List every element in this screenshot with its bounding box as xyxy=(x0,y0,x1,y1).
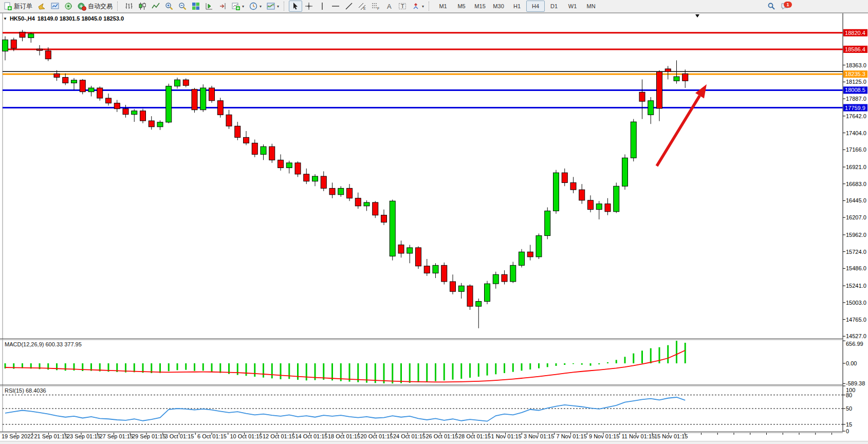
price-axis-label: 17887.0 xyxy=(846,96,866,102)
price-axis-label: 14765.0 xyxy=(846,317,866,323)
candle xyxy=(682,74,688,81)
vertical-line-button[interactable] xyxy=(316,1,329,12)
arrows-button[interactable]: ▾ xyxy=(409,1,427,12)
macd-indicator-label: MACD(12,26,9) 600.33 377.95 xyxy=(5,341,82,347)
tile-windows-button[interactable] xyxy=(189,1,202,12)
candle xyxy=(321,176,326,188)
shift-icon xyxy=(205,2,213,10)
timeframe-button-w1[interactable]: W1 xyxy=(563,1,582,12)
candle xyxy=(373,202,378,215)
new-chart-button[interactable]: ▾ xyxy=(229,1,247,12)
search-icon xyxy=(767,2,775,10)
window-bottom-strip xyxy=(0,441,868,444)
toolbar-timeframe-group: M1M5M15M30H1H4D1W1MN xyxy=(433,0,601,12)
time-axis-label: 29 Sep 01:15 xyxy=(132,433,165,439)
candle xyxy=(45,51,51,59)
price-axis-label: 16445.0 xyxy=(846,197,866,203)
crosshair-button[interactable] xyxy=(302,1,316,12)
dropdown-caret-icon[interactable]: ▾ xyxy=(277,4,279,9)
candle xyxy=(476,301,482,306)
horizontal-line-button[interactable] xyxy=(329,1,342,12)
timeframe-button-h4[interactable]: H4 xyxy=(526,1,545,12)
timeframe-button-d1[interactable]: D1 xyxy=(545,1,563,12)
rsi-axis-label: 80 xyxy=(846,392,852,398)
candle xyxy=(614,186,619,212)
timeframe-button-h1[interactable]: H1 xyxy=(508,1,526,12)
candle xyxy=(209,88,215,101)
chart-background xyxy=(0,13,868,441)
candle xyxy=(665,69,671,72)
vline-icon xyxy=(318,2,326,10)
price-axis-label: 16921.0 xyxy=(846,164,866,170)
candle xyxy=(244,137,249,143)
crosshair-icon xyxy=(305,2,313,10)
timeframe-button-m30[interactable]: M30 xyxy=(489,1,508,12)
trendline-icon xyxy=(345,2,353,10)
candlestick-chart-button[interactable] xyxy=(136,1,149,12)
candle xyxy=(286,163,292,168)
dropdown-caret-icon[interactable]: ▾ xyxy=(422,4,424,9)
zoom-out-button[interactable] xyxy=(176,1,189,12)
candle xyxy=(407,248,413,253)
time-axis-label: 27 Sep 01:15 xyxy=(100,433,133,439)
toolbar-separator xyxy=(429,2,432,11)
timeframe-button-m5[interactable]: M5 xyxy=(452,1,471,12)
dropdown-caret-icon[interactable]: ▾ xyxy=(242,4,244,9)
timeframe-button-m1[interactable]: M1 xyxy=(434,1,452,12)
toolbar-right-group: 1 xyxy=(765,0,792,12)
dropdown-caret-icon[interactable]: ▾ xyxy=(260,4,262,9)
candle xyxy=(312,176,318,181)
indicators-button[interactable]: ▾ xyxy=(264,1,282,12)
time-axis-label: 9 Nov 01:15 xyxy=(589,433,619,439)
time-axis-label: 1 Nov 01:15 xyxy=(491,433,522,439)
toolbar-separator xyxy=(284,2,287,11)
gold-pointer-icon xyxy=(38,2,46,10)
time-axis-label: 6 Oct 01:15 xyxy=(197,433,227,439)
candle xyxy=(261,146,266,154)
auto-trading-button-label: 自动交易 xyxy=(88,2,113,11)
search-button[interactable] xyxy=(765,1,778,12)
zoom-out-icon xyxy=(178,2,187,10)
timeframe-button-mn[interactable]: MN xyxy=(582,1,600,12)
trade-watch-button[interactable] xyxy=(35,1,48,12)
blue-chart-icon xyxy=(51,2,59,10)
chart-shift-button[interactable] xyxy=(202,1,216,12)
rsi-axis-label: 15 xyxy=(846,421,852,428)
chart-collapse-icon[interactable]: ▼ xyxy=(3,16,7,21)
time-axis-label: 12 Oct 01:15 xyxy=(263,433,295,439)
candle xyxy=(648,101,654,115)
zoom-in-button[interactable] xyxy=(162,1,176,12)
fibonacci-button[interactable]: F xyxy=(369,1,382,12)
price-axis-label: 15003.0 xyxy=(846,300,866,306)
candle xyxy=(11,40,16,49)
candle xyxy=(175,80,180,86)
bar-chart-button[interactable] xyxy=(122,1,136,12)
candle xyxy=(20,32,25,37)
auto-scroll-button[interactable] xyxy=(216,1,229,12)
toolbar-draw-group: EFAT▾ xyxy=(288,0,428,12)
indicators-icon xyxy=(267,2,275,10)
candle xyxy=(252,143,257,154)
candle xyxy=(467,286,473,306)
line-chart-button[interactable] xyxy=(149,1,162,12)
market-button[interactable] xyxy=(48,1,62,12)
candle xyxy=(192,89,197,110)
candle xyxy=(390,201,395,256)
price-axis-label: 14527.0 xyxy=(846,333,866,339)
cursor-button[interactable] xyxy=(289,1,302,12)
doc-plus-icon xyxy=(4,2,12,11)
auto-trading-button[interactable]: 自动交易 xyxy=(75,1,115,12)
channel-icon: E xyxy=(358,2,366,10)
equidistant-channel-button[interactable]: E xyxy=(356,1,369,12)
signals-button[interactable] xyxy=(62,1,75,12)
candle xyxy=(338,188,344,194)
candle xyxy=(493,274,498,284)
text-label-button[interactable]: T xyxy=(396,1,409,12)
timeframe-button-m15[interactable]: M15 xyxy=(471,1,489,12)
period-clock-button[interactable]: ▾ xyxy=(247,1,264,12)
price-axis-label: 17404.0 xyxy=(846,130,866,136)
new-order-button[interactable]: 新订单 xyxy=(1,1,35,12)
notifications-button[interactable]: 1 xyxy=(778,1,792,12)
text-button[interactable]: A xyxy=(382,1,396,12)
trendline-button[interactable] xyxy=(342,1,356,12)
